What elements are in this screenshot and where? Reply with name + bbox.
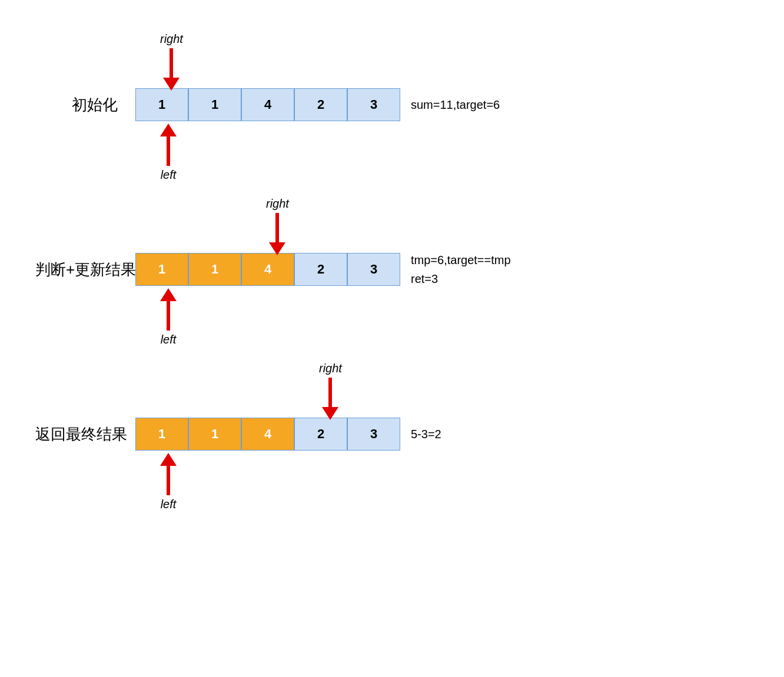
cell-return-3: 2 xyxy=(294,418,347,451)
cell-return-4: 3 xyxy=(347,418,400,451)
section-content-judge: 11423rightleft xyxy=(135,253,400,286)
cell-return-0: 1 xyxy=(135,418,188,451)
right-arrow-shaft-judge xyxy=(275,213,279,242)
cell-init-3: 2 xyxy=(294,88,347,121)
array-judge: 11423 xyxy=(135,253,400,286)
left-arrow-shaft-judge xyxy=(167,301,170,331)
left-arrow-judge: left xyxy=(160,288,177,346)
cell-init-4: 3 xyxy=(347,88,400,121)
right-label-judge: right xyxy=(266,197,289,211)
right-arrow-judge: right xyxy=(266,197,289,255)
cell-judge-2: 4 xyxy=(241,253,294,286)
right-label-init: right xyxy=(160,32,183,46)
right-label-return: right xyxy=(319,362,342,375)
right-arrow-head-judge xyxy=(269,242,285,255)
section-label-init: 初始化 xyxy=(35,95,118,115)
right-arrow-shaft-init xyxy=(170,48,173,78)
info-line-judge-1: ret=3 xyxy=(411,269,511,288)
array-return: 11423 xyxy=(135,418,400,451)
right-arrow-return: right xyxy=(319,362,342,420)
section-content-return: 11423rightleft xyxy=(135,418,400,451)
info-line-judge-0: tmp=6,target==tmp xyxy=(411,251,511,269)
right-arrow-shaft-return xyxy=(328,378,332,407)
right-arrow-head-init xyxy=(163,78,180,91)
left-label-return: left xyxy=(161,498,177,511)
array-init: 11423 xyxy=(135,88,400,121)
left-arrow-head-init xyxy=(160,124,177,136)
left-arrow-init: left xyxy=(160,124,177,182)
cell-init-0: 1 xyxy=(135,88,188,121)
section-init: 初始化11423rightleftsum=11,target=6 xyxy=(35,88,500,121)
left-arrow-return: left xyxy=(160,453,177,511)
section-label-judge: 判断+更新结果 xyxy=(35,259,118,280)
section-judge: 判断+更新结果11423rightlefttmp=6,target==tmpre… xyxy=(35,251,511,288)
cell-return-2: 4 xyxy=(241,418,294,451)
info-text-judge: tmp=6,target==tmpret=3 xyxy=(411,251,511,288)
info-line-init-0: sum=11,target=6 xyxy=(411,95,500,114)
right-arrow-init: right xyxy=(160,32,183,91)
left-arrow-shaft-return xyxy=(167,466,170,495)
info-line-return-0: 5-3=2 xyxy=(411,425,441,443)
cell-judge-0: 1 xyxy=(135,253,188,286)
section-content-init: 11423rightleft xyxy=(135,88,400,121)
left-label-judge: left xyxy=(161,333,177,346)
left-arrow-head-judge xyxy=(160,288,177,301)
cell-judge-4: 3 xyxy=(347,253,400,286)
right-arrow-head-return xyxy=(322,407,338,420)
cell-judge-3: 2 xyxy=(294,253,347,286)
info-text-return: 5-3=2 xyxy=(411,425,441,443)
cell-init-1: 1 xyxy=(188,88,241,121)
diagram-container: 初始化11423rightleftsum=11,target=6判断+更新结果1… xyxy=(0,0,784,677)
left-arrow-shaft-init xyxy=(167,136,170,166)
section-return: 返回最终结果11423rightleft5-3=2 xyxy=(35,418,441,451)
section-label-return: 返回最终结果 xyxy=(35,424,118,445)
cell-judge-1: 1 xyxy=(188,253,241,286)
left-arrow-head-return xyxy=(160,453,177,466)
left-label-init: left xyxy=(161,168,177,182)
info-text-init: sum=11,target=6 xyxy=(411,95,500,114)
cell-init-2: 4 xyxy=(241,88,294,121)
cell-return-1: 1 xyxy=(188,418,241,451)
